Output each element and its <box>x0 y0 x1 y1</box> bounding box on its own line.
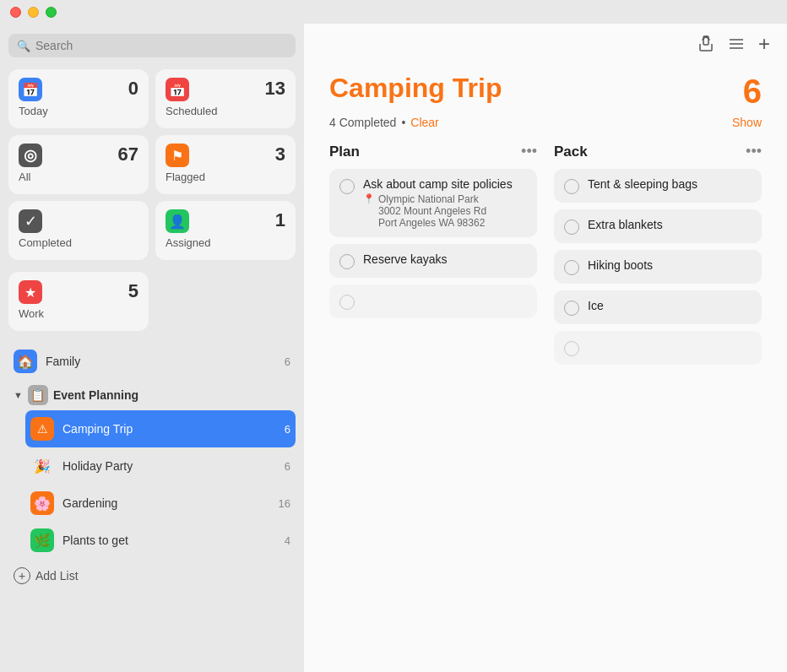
maximize-button[interactable] <box>46 7 57 18</box>
clear-button[interactable]: Clear <box>410 116 438 129</box>
minimize-button[interactable] <box>28 7 39 18</box>
list-view-icon <box>728 36 745 51</box>
task-title-ice: Ice <box>588 299 752 312</box>
holiday-party-count: 6 <box>285 460 290 473</box>
task-title-blankets: Extra blankets <box>588 218 752 231</box>
task-item-reserve-kayaks[interactable]: Reserve kayaks <box>329 244 537 278</box>
add-list-button[interactable]: + Add List <box>8 559 296 593</box>
plan-more-button[interactable]: ••• <box>521 143 537 160</box>
plants-count: 4 <box>285 534 290 547</box>
pack-column-header: Pack ••• <box>554 138 762 169</box>
smart-card-today[interactable]: 📅 0 Today <box>8 69 149 128</box>
task-item-ask-camp[interactable]: Ask about camp site policies 📍 Olympic N… <box>329 169 537 237</box>
gardening-count: 16 <box>279 497 290 510</box>
share-button[interactable] <box>697 35 714 52</box>
share-icon <box>697 35 714 52</box>
close-button[interactable] <box>10 7 21 18</box>
search-input[interactable] <box>35 39 287 52</box>
holiday-party-icon: 🎉 <box>30 454 54 478</box>
task-item-blankets[interactable]: Extra blankets <box>554 209 762 243</box>
assigned-label: Assigned <box>166 236 285 249</box>
task-content-tent: Tent & sleeping bags <box>588 177 752 191</box>
task-content-ask-camp: Ask about camp site policies 📍 Olympic N… <box>363 177 527 229</box>
task-checkbox-ask-camp[interactable] <box>339 179 355 194</box>
task-item-tent[interactable]: Tent & sleeping bags <box>554 169 762 203</box>
task-item-boots[interactable]: Hiking boots <box>554 250 762 284</box>
completed-row: 4 Completed • Clear Show <box>304 116 787 138</box>
flagged-label: Flagged <box>166 171 285 183</box>
task-item-pack-empty[interactable] <box>554 331 762 365</box>
list-view-button[interactable] <box>728 36 745 51</box>
plan-column: Plan ••• Ask about camp site policies 📍 … <box>321 138 545 672</box>
scheduled-count: 13 <box>265 78 285 100</box>
list-item-gardening[interactable]: 🌸 Gardening 16 <box>25 485 296 522</box>
task-content-blankets: Extra blankets <box>588 218 752 231</box>
list-item-holiday-party[interactable]: 🎉 Holiday Party 6 <box>25 447 296 485</box>
search-bar[interactable]: 🔍 <box>8 34 296 57</box>
smart-card-scheduled[interactable]: 📅 13 Scheduled <box>155 69 296 128</box>
completed-icon: ✓ <box>19 209 42 233</box>
group-event-planning[interactable]: ▼ 📋 Event Planning <box>8 380 296 410</box>
today-label: Today <box>19 105 138 117</box>
all-label: All <box>19 171 138 183</box>
camping-trip-label: Camping Trip <box>62 422 276 436</box>
completed-label: Completed <box>19 236 138 249</box>
smart-card-assigned[interactable]: 👤 1 Assigned <box>155 201 296 260</box>
event-planning-icon: 📋 <box>28 385 48 405</box>
work-label: Work <box>19 307 138 320</box>
list-total: 6 <box>743 73 762 111</box>
add-task-button[interactable]: + <box>758 32 770 56</box>
gardening-label: Gardening <box>62 496 270 510</box>
event-planning-subitems: ⚠ Camping Trip 6 🎉 Holiday Party 6 🌸 Gar… <box>8 410 296 559</box>
task-location-text: Olympic National Park3002 Mount Angeles … <box>378 193 486 229</box>
today-count: 0 <box>128 78 138 100</box>
scheduled-label: Scheduled <box>166 105 285 117</box>
smart-card-work[interactable]: ★ 5 Work <box>8 272 149 331</box>
smart-card-completed[interactable]: ✓ Completed <box>8 201 149 260</box>
list-item-camping-trip[interactable]: ⚠ Camping Trip 6 <box>25 410 296 447</box>
task-subtitle-ask-camp: 📍 Olympic National Park3002 Mount Angele… <box>363 193 527 229</box>
pack-column-title: Pack <box>554 144 588 160</box>
all-count: 67 <box>118 144 138 165</box>
top-toolbar: + <box>304 24 787 64</box>
list-title: Camping Trip <box>329 73 502 104</box>
camping-trip-icon: ⚠ <box>30 417 54 441</box>
task-checkbox-blankets[interactable] <box>564 219 579 235</box>
task-checkbox-tent[interactable] <box>564 179 579 194</box>
task-item-plan-empty[interactable] <box>329 285 537 318</box>
task-content-reserve-kayaks: Reserve kayaks <box>363 252 527 266</box>
all-icon: ◎ <box>19 144 42 167</box>
smart-card-all[interactable]: ◎ 67 All <box>8 135 149 194</box>
add-list-icon: + <box>14 567 30 584</box>
smart-card-flagged[interactable]: ⚑ 3 Flagged <box>155 135 296 194</box>
task-checkbox-pack-empty[interactable] <box>564 341 579 356</box>
list-header: Camping Trip 6 <box>304 64 787 116</box>
task-title-ask-camp: Ask about camp site policies <box>363 177 527 191</box>
add-list-label: Add List <box>35 569 79 583</box>
task-checkbox-ice[interactable] <box>564 301 579 316</box>
plan-column-title: Plan <box>329 144 360 160</box>
plants-icon: 🌿 <box>30 528 54 552</box>
task-title-boots: Hiking boots <box>588 258 752 272</box>
holiday-party-label: Holiday Party <box>62 459 276 473</box>
work-count: 5 <box>128 280 138 302</box>
task-content-boots: Hiking boots <box>588 258 752 272</box>
today-icon: 📅 <box>19 78 42 101</box>
list-item-family[interactable]: 🏠 Family 6 <box>8 343 296 380</box>
work-icon: ★ <box>19 280 42 304</box>
smart-lists-grid: 📅 0 Today 📅 13 Scheduled ◎ 67 All <box>8 69 296 260</box>
task-checkbox-plan-empty[interactable] <box>339 295 355 310</box>
plan-column-header: Plan ••• <box>329 138 537 169</box>
task-checkbox-reserve-kayaks[interactable] <box>339 254 355 269</box>
flagged-icon: ⚑ <box>166 144 189 167</box>
show-button[interactable]: Show <box>732 116 762 129</box>
list-item-plants-to-get[interactable]: 🌿 Plants to get 4 <box>25 522 296 559</box>
task-item-ice[interactable]: Ice <box>554 290 762 324</box>
pack-more-button[interactable]: ••• <box>746 143 762 160</box>
family-label: Family <box>46 355 276 368</box>
task-title-reserve-kayaks: Reserve kayaks <box>363 252 527 266</box>
bullet-separator: • <box>401 116 405 129</box>
task-checkbox-boots[interactable] <box>564 260 579 275</box>
title-bar <box>0 0 787 24</box>
sidebar: 🔍 📅 0 Today 📅 13 Scheduled <box>0 24 304 672</box>
